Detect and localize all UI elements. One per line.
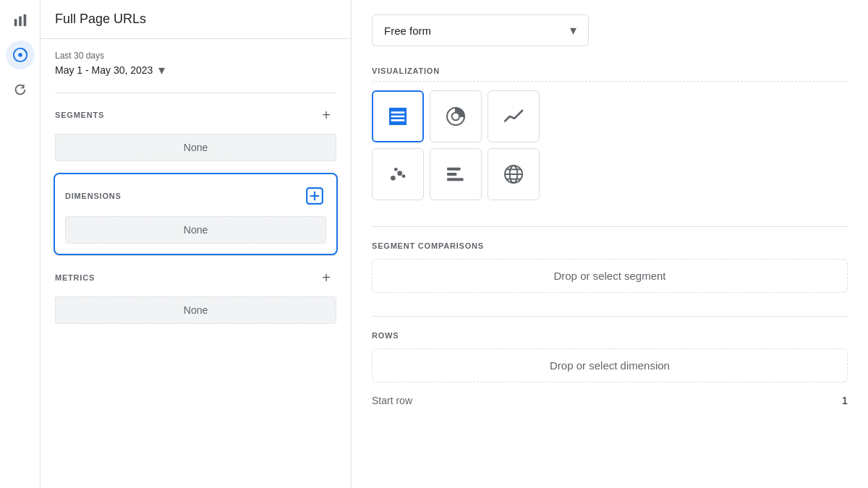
pie-viz-button[interactable] [430,90,482,142]
date-value-row[interactable]: May 1 - May 30, 2023 ▾ [55,62,336,78]
visualization-section: VISUALIZATION [372,67,848,200]
visualization-title: VISUALIZATION [372,67,848,82]
dimensions-none-value[interactable]: None [65,216,326,244]
segments-section: SEGMENTS + None [55,93,336,173]
bar-viz-button[interactable] [430,148,482,200]
svg-point-13 [402,174,406,178]
date-range: Last 30 days May 1 - May 30, 2023 ▾ [55,51,336,78]
add-metric-button[interactable]: + [316,267,336,288]
left-panel: Full Page URLs Last 30 days May 1 - May … [41,0,352,488]
free-form-dropdown[interactable]: Free form ▾ [372,14,589,46]
metrics-header: METRICS + [55,267,336,288]
segments-header: SEGMENTS + [55,105,336,125]
rows-section: ROWS Drop or select dimension Start row … [372,331,848,406]
free-form-label: Free form [384,25,431,37]
line-viz-button[interactable] [488,90,540,142]
dimensions-title: DIMENSIONS [65,192,122,200]
analytics-nav-icon[interactable] [6,40,35,69]
svg-point-4 [18,53,22,57]
svg-rect-14 [447,168,461,171]
rows-title: ROWS [372,331,848,340]
section-divider-2 [372,316,848,317]
left-header: Full Page URLs [41,0,351,39]
add-segment-button[interactable]: + [316,105,336,125]
visualization-grid [372,90,848,200]
segment-comparisons-title: SEGMENT COMPARISONS [372,241,848,250]
sidebar-nav [0,0,41,488]
left-content: Last 30 days May 1 - May 30, 2023 ▾ SEGM… [41,39,351,347]
chevron-down-icon[interactable]: ▾ [158,62,165,78]
segments-title: SEGMENTS [55,111,104,119]
chevron-down-icon: ▾ [570,22,576,38]
segments-none-value[interactable]: None [55,134,336,161]
bar-chart-nav-icon[interactable] [6,6,35,35]
scatter-viz-button[interactable] [372,148,424,200]
add-dimension-button[interactable] [303,184,326,207]
section-divider [372,226,848,227]
svg-point-12 [394,168,398,171]
svg-point-11 [397,171,402,176]
start-row-label: Start row [372,395,412,406]
start-row-section: Start row 1 [372,394,848,406]
drop-segment-zone[interactable]: Drop or select segment [372,259,848,293]
start-row-value: 1 [842,394,848,406]
svg-rect-2 [23,14,26,27]
dimensions-header: DIMENSIONS [65,184,326,207]
svg-rect-15 [447,173,456,176]
dimensions-section: DIMENSIONS None [54,173,338,255]
segment-comparisons-section: SEGMENT COMPARISONS Drop or select segme… [372,241,848,293]
table-viz-button[interactable] [372,90,424,142]
metrics-section: METRICS + None [55,255,336,335]
metrics-none-value[interactable]: None [55,296,336,324]
svg-point-10 [391,176,396,181]
page-title: Full Page URLs [55,12,336,27]
drop-dimension-zone[interactable]: Drop or select dimension [372,348,848,382]
svg-rect-16 [447,178,464,181]
geo-viz-button[interactable] [488,148,540,200]
date-value: May 1 - May 30, 2023 [55,64,153,76]
realtime-nav-icon[interactable] [6,75,35,104]
svg-point-9 [452,113,460,121]
svg-rect-1 [19,17,22,27]
metrics-title: METRICS [55,273,95,282]
date-label: Last 30 days [55,51,336,61]
svg-rect-0 [14,19,17,26]
right-panel: Free form ▾ VISUALIZATION [352,0,868,488]
